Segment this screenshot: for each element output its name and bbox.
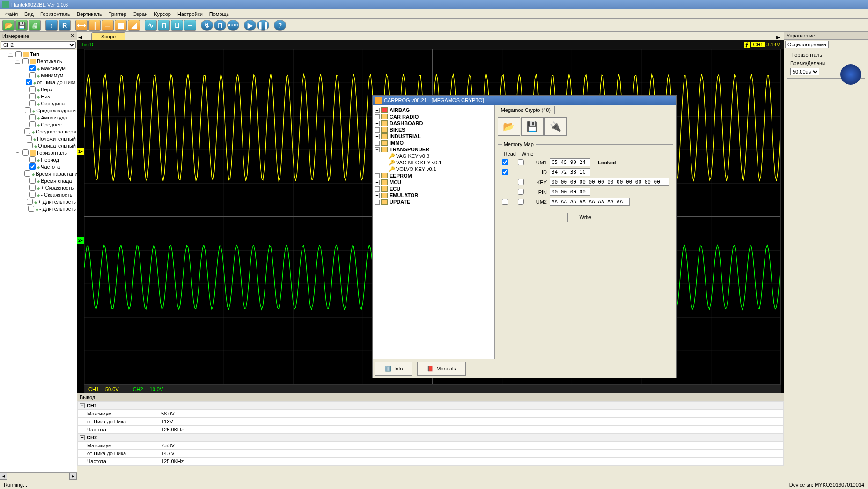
horizontal-dial[interactable] <box>840 64 861 85</box>
read-check[interactable] <box>502 169 508 175</box>
vert-item-2[interactable]: от Пика до Пика <box>1 79 76 86</box>
save-icon[interactable]: 💾 <box>15 20 28 31</box>
tree-vertical[interactable]: −Вертикаль <box>1 58 76 65</box>
channel-select[interactable]: CH2 <box>1 41 76 49</box>
auto-icon[interactable]: AUTO <box>227 20 239 31</box>
menu-cursor[interactable]: Курсор <box>151 10 174 18</box>
info-button[interactable]: ℹ️Info <box>375 362 412 376</box>
grid-icon[interactable]: ▦ <box>115 20 127 31</box>
trig-pulse-icon[interactable]: ⊓ <box>214 20 226 31</box>
collapse-icon[interactable]: − <box>80 435 85 440</box>
chip-button[interactable]: 🔌 <box>544 117 567 136</box>
horiz-item-1[interactable]: Частота <box>1 163 76 170</box>
carprog-titlebar[interactable]: CARPROG v08.21 - [MEGAMOS CRYPTO] <box>373 96 676 105</box>
carprog-node-update[interactable]: +UPDATE <box>375 199 493 205</box>
cursor-v-icon[interactable]: ║ <box>88 20 101 31</box>
menu-view[interactable]: Вид <box>22 10 37 18</box>
math-icon[interactable]: ∿ <box>145 20 157 31</box>
open-button[interactable]: 📂 <box>498 117 520 136</box>
tree-hscroll[interactable]: ◂▸ <box>0 472 77 480</box>
field-input[interactable] <box>550 178 669 186</box>
ch1-marker[interactable]: 1▸ <box>77 148 84 155</box>
read-check[interactable] <box>502 199 508 205</box>
vert-item-7[interactable]: Амплитуда <box>1 114 76 121</box>
vert-item-11[interactable]: Отрицательный <box>1 142 76 149</box>
tab-nav-right[interactable]: ▶ <box>776 34 783 40</box>
horiz-item-5[interactable]: - Скважность <box>1 191 76 198</box>
carprog-node-industrial[interactable]: +INDUSTRIAL <box>375 133 493 140</box>
vert-item-3[interactable]: Верх <box>1 86 76 93</box>
carprog-node-emulator[interactable]: +EMULATOR <box>375 192 493 199</box>
vert-item-10[interactable]: Положительный <box>1 135 76 142</box>
measure-icon[interactable]: ◢ <box>128 20 140 31</box>
horiz-item-4[interactable]: + Скважность <box>1 184 76 191</box>
write-check[interactable] <box>518 189 524 195</box>
tab-megamos[interactable]: Megamos Crypto (48) <box>497 106 555 114</box>
field-input[interactable] <box>550 168 590 176</box>
horiz-item-2[interactable]: Время нарастани <box>1 170 76 177</box>
cursor-h-icon[interactable]: ═ <box>102 20 114 31</box>
tree-root[interactable]: −Тип <box>1 51 76 58</box>
trig-edge-icon[interactable]: ↯ <box>201 20 213 31</box>
carprog-node-eeprom[interactable]: +EEPROM <box>375 172 493 179</box>
carprog-child[interactable]: 🔑VOLVO KEY v0.1 <box>375 166 493 172</box>
print-icon[interactable]: 🖨 <box>29 20 41 31</box>
carprog-node-bikes[interactable]: +BIKES <box>375 126 493 133</box>
open-icon[interactable]: 📂 <box>2 20 15 31</box>
menu-vertical[interactable]: Вертикаль <box>74 10 105 18</box>
vert-item-4[interactable]: Низ <box>1 93 76 100</box>
vert-item-0[interactable]: Максимум <box>1 65 76 72</box>
tree-horizontal[interactable]: −Горизонталь <box>1 149 76 156</box>
write-check[interactable] <box>518 159 524 165</box>
vert-item-1[interactable]: Минимум <box>1 72 76 79</box>
close-icon[interactable]: ✕ <box>70 33 74 39</box>
write-check[interactable] <box>518 179 524 185</box>
run-icon[interactable]: ▶ <box>244 20 256 31</box>
carprog-node-transponder[interactable]: −TRANSPONDER <box>375 146 493 153</box>
zoom-fit-icon[interactable]: ⟷ <box>75 20 88 31</box>
carprog-node-mcu[interactable]: +MCU <box>375 179 493 185</box>
menu-file[interactable]: Файл <box>2 10 21 18</box>
menu-screen[interactable]: Экран <box>130 10 150 18</box>
carprog-node-ecu[interactable]: +ECU <box>375 185 493 192</box>
reset-icon[interactable]: R <box>59 20 71 31</box>
fft-icon[interactable]: ⊓ <box>158 20 170 31</box>
ch2-marker[interactable]: 2▸ <box>77 237 84 244</box>
tab-nav-left[interactable]: ◀ <box>78 34 85 40</box>
horiz-item-0[interactable]: Период <box>1 156 76 163</box>
timediv-select[interactable]: 50.00us <box>790 68 819 75</box>
menu-settings[interactable]: Настройки <box>175 10 206 18</box>
wave-icon[interactable]: ∼ <box>184 20 196 31</box>
tab-scope[interactable]: Scope <box>91 32 125 40</box>
field-input[interactable] <box>550 198 630 206</box>
tab-oscillogram[interactable]: Осциллограмма <box>785 41 829 48</box>
horiz-item-6[interactable]: + Длительность <box>1 198 76 205</box>
carprog-node-airbag[interactable]: +AIRBAG <box>375 107 493 113</box>
write-button[interactable]: Write <box>567 213 603 222</box>
horiz-item-7[interactable]: - Длительность <box>1 205 76 212</box>
vert-item-8[interactable]: Среднее <box>1 121 76 128</box>
write-check[interactable] <box>518 199 524 205</box>
vert-item-6[interactable]: Среднеквадрати <box>1 107 76 114</box>
carprog-child[interactable]: 🔑VAG KEY v0.8 <box>375 153 493 159</box>
carprog-node-immo[interactable]: +IMMO <box>375 140 493 146</box>
carprog-child[interactable]: 🔑VAG NEC KEY v0.1 <box>375 159 493 166</box>
read-check[interactable] <box>502 159 508 165</box>
field-input[interactable] <box>550 158 590 166</box>
menu-horizontal[interactable]: Горизонталь <box>37 10 73 18</box>
carprog-node-dashboard[interactable]: +DASHBOARD <box>375 120 493 126</box>
menu-help[interactable]: Помощь <box>206 10 232 18</box>
pause-icon[interactable]: ❚❚ <box>257 20 269 31</box>
menu-trigger[interactable]: Триггер <box>106 10 129 18</box>
ref-icon[interactable]: ⊔ <box>171 20 183 31</box>
manuals-button[interactable]: 📕Manuals <box>417 362 466 376</box>
horiz-item-3[interactable]: Время спада <box>1 177 76 184</box>
help-icon[interactable]: ? <box>274 20 286 31</box>
carprog-node-car-radio[interactable]: +CAR RADIO <box>375 113 493 120</box>
save-button[interactable]: 💾 <box>521 117 544 136</box>
vert-item-9[interactable]: Среднее за пери <box>1 128 76 135</box>
collapse-icon[interactable]: − <box>80 403 85 408</box>
cursor-x-icon[interactable]: ↕ <box>45 20 58 31</box>
field-input[interactable] <box>550 188 590 196</box>
vert-item-5[interactable]: Середина <box>1 100 76 107</box>
